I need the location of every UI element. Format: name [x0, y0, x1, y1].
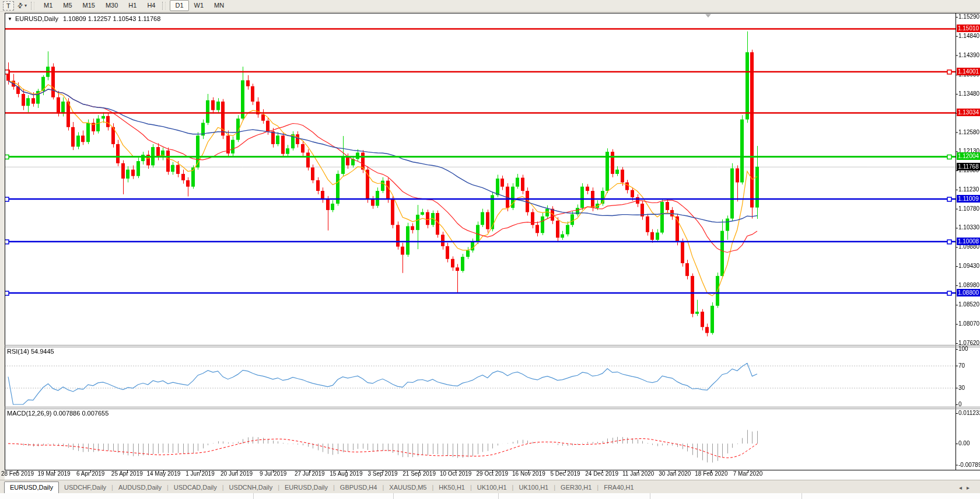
tab-fra40-h1[interactable]: FRA40,H1 [598, 482, 639, 493]
toolbar-grip [31, 2, 34, 10]
status-separator [253, 493, 254, 499]
timeframe-h4[interactable]: H4 [142, 0, 160, 11]
cycle-arrows-icon: ⇄ [15, 1, 24, 11]
toolbar: T ⇄ ▾ M1M5M15M30H1H4D1W1MN [0, 0, 980, 12]
tab-scroll-buttons: ◂▸ [959, 484, 974, 493]
status-separator [650, 493, 650, 499]
price-chart-canvas[interactable] [0, 0, 980, 499]
tab-usdcnh-daily[interactable]: USDCNH,Daily [224, 482, 278, 493]
chart-tabs: EURUSD,DailyUSDCHF,Daily|AUDUSD,Daily|US… [0, 481, 639, 493]
tab-hk50-h1[interactable]: HK50,H1 [433, 482, 470, 493]
tab-usdchf-daily[interactable]: USDCHF,Daily [59, 482, 111, 493]
cycle-symbols-button[interactable]: ⇄ ▾ [18, 2, 27, 9]
tab-xauusd-m5[interactable]: XAUUSD,M5 [384, 482, 432, 493]
timeframe-m5[interactable]: M5 [58, 0, 77, 11]
toolbar-grip [162, 2, 166, 10]
text-tool-icon[interactable]: T [3, 1, 14, 11]
timeframe-d1[interactable]: D1 [170, 0, 188, 11]
tab-uk100-h1[interactable]: UK100,H1 [472, 482, 512, 493]
chart-tabbar: EURUSD,DailyUSDCHF,Daily|AUDUSD,Daily|US… [0, 480, 980, 493]
timeframe-w1[interactable]: W1 [189, 0, 209, 11]
timeframe-h1[interactable]: H1 [123, 0, 142, 11]
status-separator [802, 493, 802, 499]
status-separator [393, 493, 394, 499]
timeframe-mn[interactable]: MN [209, 0, 229, 11]
tab-prev-icon[interactable]: ◂ [959, 484, 967, 491]
timeframe-m1[interactable]: M1 [38, 0, 58, 11]
tab-audusd-daily[interactable]: AUDUSD,Daily [113, 482, 167, 493]
tab-eurusd-daily[interactable]: EURUSD,Daily [279, 482, 333, 493]
timeframe-m15[interactable]: M15 [78, 0, 100, 11]
tab-usdcad-daily[interactable]: USDCAD,Daily [169, 482, 222, 493]
tab-ger30-h1[interactable]: GER30,H1 [555, 482, 597, 493]
chevron-down-icon: ▾ [24, 3, 27, 8]
status-bar [0, 493, 980, 499]
tab-eurusd-daily[interactable]: EURUSD,Daily [4, 481, 59, 494]
timeframe-m30[interactable]: M30 [100, 0, 123, 11]
tab-next-icon[interactable]: ▸ [967, 484, 974, 491]
tab-gbpusd-h4[interactable]: GBPUSD,H4 [335, 482, 383, 493]
status-separator [498, 493, 499, 499]
tab-uk100-h1[interactable]: UK100,H1 [513, 482, 554, 493]
timeframe-buttons: M1M5M15M30H1H4D1W1MN [38, 0, 229, 11]
